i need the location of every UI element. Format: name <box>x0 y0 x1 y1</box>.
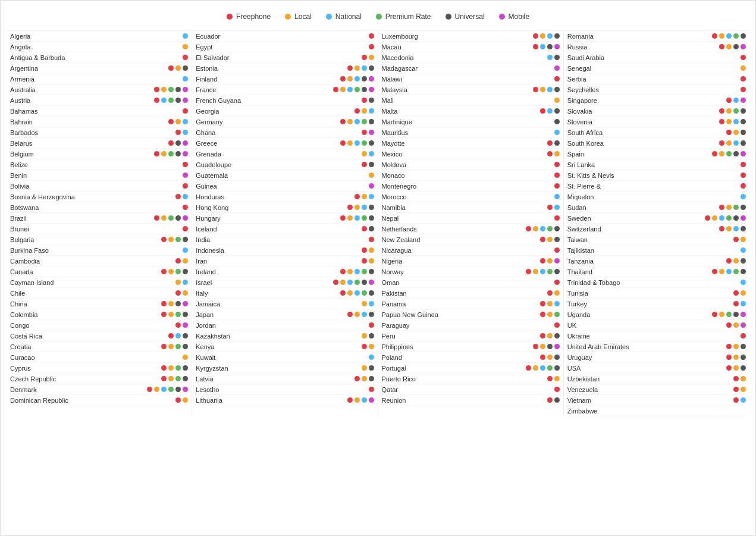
dot-orange <box>741 237 746 242</box>
dots-group <box>554 215 560 221</box>
table-row: Zimbabwe <box>567 406 746 416</box>
dot-red <box>175 322 181 328</box>
country-name: Sri Lanka <box>567 161 633 168</box>
dot-purple <box>183 322 188 328</box>
dot-blue <box>362 65 367 71</box>
country-name: Slovakia <box>567 108 633 115</box>
country-name: Australia <box>10 86 76 93</box>
table-row: Cayman Island <box>10 277 188 288</box>
dot-orange <box>168 301 174 306</box>
table-row: China <box>10 299 188 309</box>
dots-group <box>154 215 188 221</box>
dot-dark <box>741 269 746 274</box>
country-name: Uzbekistan <box>567 375 633 383</box>
dots-group <box>340 76 374 82</box>
dot-dark <box>362 87 367 92</box>
dot-red <box>719 108 724 114</box>
legend-item: National <box>326 12 362 21</box>
dot-red <box>355 194 360 199</box>
dot-purple <box>369 76 374 82</box>
dot-orange <box>726 108 732 114</box>
table-row: St. Pierre & <box>567 181 746 192</box>
dot-red <box>540 258 545 264</box>
dot-blue <box>547 87 553 92</box>
table-row: Latvia <box>196 374 374 384</box>
dots-group <box>183 55 188 60</box>
table-row: Croatia <box>10 341 188 352</box>
table-row: Tanzania <box>567 256 746 267</box>
country-name: Reunion <box>382 397 447 404</box>
dot-purple <box>183 387 188 392</box>
dot-blue <box>726 33 732 39</box>
dots-group <box>161 376 188 381</box>
table-row: Monaco <box>382 170 560 181</box>
dot-blue <box>547 55 553 60</box>
dot-orange <box>362 108 367 114</box>
dot-blue <box>369 194 374 199</box>
country-name: Jordan <box>196 322 261 329</box>
dot-orange <box>726 140 732 146</box>
table-row: El Salvador <box>196 52 374 63</box>
dots-group <box>183 108 188 114</box>
country-name: Poland <box>382 354 447 361</box>
dot-blue <box>369 301 374 306</box>
table-row: Russia <box>567 42 746 52</box>
table-row: French Guyana <box>196 95 374 106</box>
country-name: Kyrgyzstan <box>196 365 261 372</box>
dots-group <box>554 65 560 71</box>
dots-group <box>554 194 560 199</box>
table-row: Oman <box>382 277 560 288</box>
dot-orange <box>355 397 360 403</box>
dots-group <box>175 322 188 328</box>
dot-orange <box>175 65 181 71</box>
dot-purple <box>183 87 188 92</box>
country-name: Ecuador <box>196 33 261 40</box>
country-name: Puerto Rico <box>382 375 447 383</box>
dots-group <box>175 130 188 135</box>
table-row: Nepal <box>382 213 560 224</box>
table-row: UK <box>567 320 746 331</box>
table-row: Peru <box>382 331 560 341</box>
dots-group <box>147 387 188 392</box>
table-row: Lesotho <box>196 384 374 395</box>
dot-red <box>540 108 545 114</box>
dots-group <box>369 355 374 360</box>
country-name: Denmark <box>10 386 76 393</box>
dots-group <box>540 108 560 114</box>
dots-group <box>340 269 374 274</box>
table-row: Bolivia <box>10 181 188 192</box>
dot-red <box>154 151 159 156</box>
dot-red <box>712 151 717 156</box>
dot-red <box>355 108 360 114</box>
country-name: Bahrain <box>10 118 76 126</box>
dot-dark <box>554 269 560 274</box>
dot-green <box>175 365 181 371</box>
country-name: Vietnam <box>567 397 633 404</box>
dot-red <box>168 140 174 146</box>
dot-red <box>347 312 353 317</box>
dot-orange <box>719 312 724 317</box>
table-row: Madagascar <box>382 63 560 74</box>
country-name: Bulgaria <box>10 236 76 243</box>
dots-group <box>741 333 746 338</box>
dot-green <box>733 205 739 210</box>
dot-orange <box>554 98 560 103</box>
dots-group <box>175 397 188 403</box>
table-row: Brunei <box>10 224 188 234</box>
legend-label: Mobile <box>509 12 529 21</box>
dot-red <box>362 130 367 135</box>
dot-orange <box>161 215 167 221</box>
dots-group <box>168 119 188 124</box>
dots-group <box>533 344 560 349</box>
dot-dark <box>741 365 746 371</box>
dot-orange <box>154 387 159 392</box>
dots-group <box>161 269 188 274</box>
dots-group <box>741 55 746 60</box>
country-name: Martinique <box>382 118 447 126</box>
table-row: South Africa <box>567 127 746 138</box>
dot-orange <box>347 269 353 274</box>
country-name: Greece <box>196 140 261 147</box>
dot-orange <box>168 365 174 371</box>
dot-green <box>168 387 174 392</box>
dot-purple <box>183 151 188 156</box>
